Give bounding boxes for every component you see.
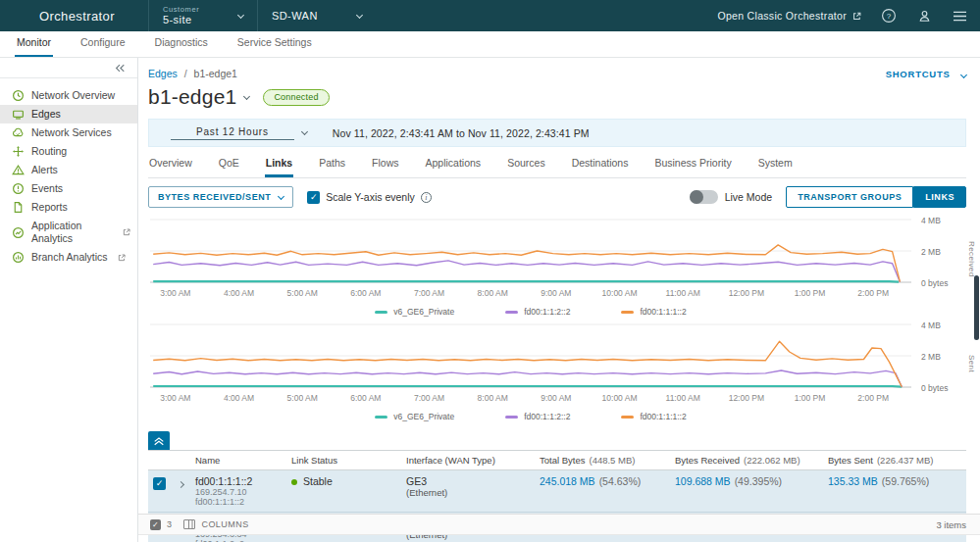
- x-tick-label: 4:00 AM: [224, 288, 254, 298]
- series-fd00-1-1-2-2: [153, 370, 902, 387]
- links-button[interactable]: LINKS: [913, 186, 966, 208]
- tab-bar: OverviewQoELinksPathsFlowsApplicationsSo…: [148, 149, 966, 178]
- column-header-total-bytes[interactable]: Total Bytes(448.5 MB): [540, 451, 675, 469]
- tab-business-priority[interactable]: Business Priority: [653, 149, 732, 177]
- open-classic-orchestrator-link[interactable]: Open Classic Orchestrator: [717, 10, 862, 22]
- sidebar-item-routing[interactable]: Routing: [0, 142, 137, 161]
- nav-item-configure[interactable]: Configure: [78, 30, 128, 57]
- sidebar-item-branch-analytics[interactable]: Branch Analytics: [0, 248, 137, 267]
- main-content: Edges / b1-edge1 SHORTCUTS b1-edge1 Conn…: [138, 58, 980, 542]
- column-header-bytes-sent[interactable]: Bytes Sent(226.437 MB): [828, 451, 966, 469]
- scale-y-axis-checkbox[interactable]: [307, 191, 320, 204]
- sidebar-item-reports[interactable]: Reports: [0, 198, 137, 217]
- tab-sources[interactable]: Sources: [506, 149, 546, 177]
- chevron-down-icon: [301, 128, 308, 135]
- x-tick-label: 1:00 PM: [795, 288, 826, 298]
- legend-item-fd00-1-1-1-2[interactable]: fd00:1:1:1::2: [621, 307, 686, 317]
- tab-qoe[interactable]: QoE: [218, 149, 240, 177]
- user-icon[interactable]: [915, 7, 933, 25]
- toggle-knob: [690, 190, 703, 204]
- sidebar-item-network-overview[interactable]: Network Overview: [0, 86, 137, 105]
- table-row-fd00-1-1-1-2[interactable]: fd00:1:1:1::2169.254.7.10fd00:1:1:1::2St…: [148, 470, 966, 513]
- legend-item-fd00-1-1-2-2[interactable]: fd00:1:1:2::2: [505, 307, 570, 317]
- collapse-table-button[interactable]: [148, 431, 170, 450]
- chevron-down-icon: [356, 11, 363, 18]
- nav-item-monitor[interactable]: Monitor: [15, 30, 53, 57]
- tab-overview[interactable]: Overview: [148, 149, 193, 177]
- cell-interface: GE3(Ethernet): [406, 470, 540, 503]
- series-fd00-1-1-2-2: [153, 261, 900, 282]
- breadcrumb-edges-link[interactable]: Edges: [148, 68, 178, 79]
- transport-groups-button[interactable]: TRANSPORT GROUPS: [786, 186, 913, 208]
- tab-links[interactable]: Links: [265, 149, 293, 177]
- legend-item-v6-ge6-private[interactable]: v6_GE6_Private: [375, 307, 454, 317]
- info-icon[interactable]: i: [421, 192, 432, 203]
- received-chart-legend: v6_GE6_Privatefd00:1:1:2::2fd00:1:1:1::2: [148, 307, 913, 317]
- menu-icon[interactable]: [951, 7, 968, 25]
- external-link-icon: [851, 11, 862, 22]
- scale-y-axis-label: Scale Y-axis evenly: [326, 191, 414, 203]
- column-header-name[interactable]: Name: [195, 451, 291, 469]
- sent-chart-plot[interactable]: 3:00 AM4:00 AM5:00 AM6:00 AM7:00 AM8:00 …: [148, 322, 913, 409]
- external-link-icon: [122, 227, 131, 237]
- column-header-bytes-received[interactable]: Bytes Received(222.062 MB): [675, 451, 828, 469]
- cell-link-status: Stable: [291, 470, 406, 492]
- tab-applications[interactable]: Applications: [425, 149, 483, 177]
- x-tick-label: 5:00 AM: [287, 288, 318, 298]
- nav-item-diagnostics[interactable]: Diagnostics: [153, 30, 210, 57]
- sidebar-item-network-services[interactable]: Network Services: [0, 123, 137, 142]
- x-tick-label: 12:00 PM: [729, 288, 764, 298]
- columns-icon[interactable]: [183, 519, 195, 529]
- metric-select[interactable]: BYTES RECEIVED/SENT: [148, 186, 293, 208]
- x-tick-label: 4:00 AM: [224, 393, 254, 403]
- customer-select[interactable]: Customer 5-site: [149, 0, 257, 31]
- sidebar-collapse-button[interactable]: [0, 58, 137, 78]
- scrollbar-thumb[interactable]: [974, 275, 979, 340]
- sidebar-item-events[interactable]: Events: [0, 179, 137, 198]
- x-tick-label: 3:00 AM: [160, 288, 190, 298]
- x-tick-label: 11:00 AM: [666, 288, 700, 298]
- columns-label[interactable]: COLUMNS: [201, 519, 248, 529]
- edge-menu-chevron-icon[interactable]: [243, 92, 250, 99]
- column-header-interface-wan-type[interactable]: Interface (WAN Type): [406, 451, 540, 469]
- sidebar-item-alerts[interactable]: Alerts: [0, 161, 137, 179]
- x-tick-label: 9:00 AM: [541, 288, 571, 298]
- expand-row-icon[interactable]: [178, 481, 184, 488]
- y-tick-label: 4 MB: [921, 216, 941, 225]
- table-footer: 3 COLUMNS 3 items: [138, 514, 980, 535]
- live-mode-toggle[interactable]: [690, 190, 718, 204]
- items-count: 3 items: [936, 519, 966, 530]
- legend-swatch: [375, 311, 387, 314]
- nav-item-service-settings[interactable]: Service Settings: [235, 30, 314, 57]
- tab-flows[interactable]: Flows: [371, 149, 399, 177]
- live-mode-label: Live Mode: [725, 191, 772, 203]
- tab-paths[interactable]: Paths: [318, 149, 346, 177]
- selected-count-icon[interactable]: [150, 519, 161, 530]
- external-link-icon: [117, 253, 127, 263]
- row-checkbox[interactable]: [153, 477, 166, 490]
- legend-item-fd00-1-1-2-2[interactable]: fd00:1:1:2::2: [505, 412, 570, 421]
- x-tick-label: 7:00 AM: [414, 393, 444, 403]
- shortcuts-button[interactable]: SHORTCUTS: [886, 69, 966, 79]
- help-icon[interactable]: ?: [880, 7, 898, 25]
- sidebar-item-edges[interactable]: Edges: [0, 105, 137, 123]
- legend-item-v6-ge6-private[interactable]: v6_GE6_Private: [375, 412, 454, 421]
- legend-swatch: [505, 311, 518, 314]
- x-tick-label: 2:00 PM: [857, 393, 889, 403]
- time-range-select[interactable]: Past 12 Hours: [171, 126, 307, 140]
- tab-destinations[interactable]: Destinations: [571, 149, 630, 177]
- sent-chart-legend: v6_GE6_Privatefd00:1:1:2::2fd00:1:1:1::2: [148, 412, 913, 421]
- received-chart-plot[interactable]: 3:00 AM4:00 AM5:00 AM6:00 AM7:00 AM8:00 …: [148, 218, 913, 304]
- legend-item-fd00-1-1-1-2[interactable]: fd00:1:1:1::2: [621, 412, 686, 421]
- cell-bytes-received: 109.688 MB(49.395%): [675, 470, 828, 492]
- legend-swatch: [375, 416, 387, 419]
- x-tick-label: 6:00 AM: [350, 393, 381, 403]
- sidebar-item-application-analytics[interactable]: Application Analytics: [0, 217, 137, 248]
- y-tick-label: 4 MB: [921, 320, 941, 330]
- legend-swatch: [621, 311, 634, 314]
- main-nav: MonitorConfigureDiagnosticsService Setti…: [0, 31, 980, 58]
- tab-system[interactable]: System: [757, 149, 794, 177]
- service-select[interactable]: SD-WAN: [258, 0, 376, 31]
- column-header-link-status[interactable]: Link Status: [291, 451, 406, 469]
- x-tick-label: 1:00 PM: [795, 393, 826, 403]
